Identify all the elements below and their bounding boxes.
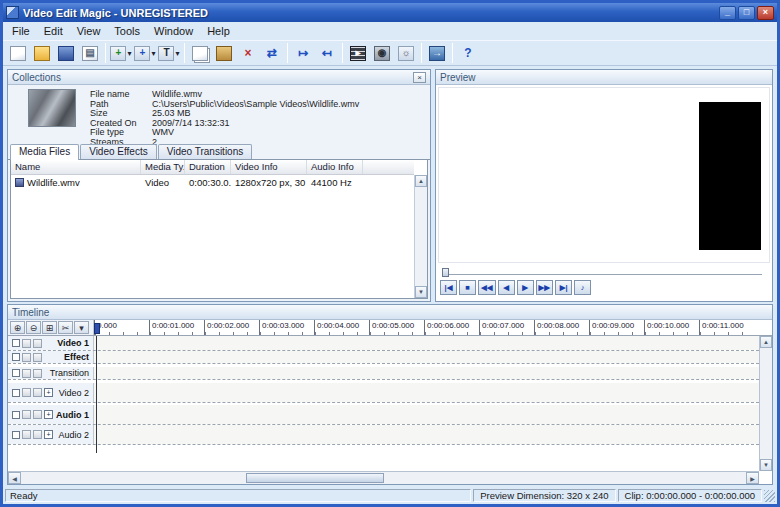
track-lane[interactable] bbox=[94, 367, 759, 379]
rewind-button[interactable]: ◀◀ bbox=[478, 280, 496, 295]
help-button[interactable]: ? bbox=[456, 42, 480, 64]
track-expand-button[interactable]: + bbox=[44, 430, 53, 439]
paste-button[interactable] bbox=[212, 42, 236, 64]
list-vertical-scrollbar[interactable]: ▲ ▼ bbox=[414, 175, 427, 298]
maximize-button[interactable]: □ bbox=[738, 6, 755, 20]
column-header-audio-info[interactable]: Audio Info bbox=[307, 160, 363, 174]
play-button[interactable]: ▶ bbox=[517, 280, 534, 295]
timeline-horizontal-scrollbar[interactable]: ◀ ▶ bbox=[8, 471, 759, 484]
playhead-marker[interactable] bbox=[94, 323, 100, 334]
timeline-vertical-scrollbar[interactable]: ▲ ▼ bbox=[759, 336, 772, 471]
scroll-thumb[interactable] bbox=[246, 473, 384, 483]
razor-button[interactable]: ✂ bbox=[58, 321, 73, 334]
collections-close-button[interactable]: × bbox=[413, 72, 426, 83]
menu-item-view[interactable]: View bbox=[70, 23, 108, 39]
track-lock-icon[interactable] bbox=[33, 369, 42, 378]
tab-media-files[interactable]: Media Files bbox=[10, 144, 79, 160]
track-expand-button[interactable]: + bbox=[44, 388, 53, 397]
trim-out-button[interactable]: ↤ bbox=[315, 42, 339, 64]
menu-item-window[interactable]: Window bbox=[147, 23, 200, 39]
track-lane[interactable] bbox=[94, 351, 759, 363]
menu-item-help[interactable]: Help bbox=[200, 23, 237, 39]
track-lock-icon[interactable] bbox=[33, 410, 42, 419]
seek-slider[interactable] bbox=[442, 270, 762, 275]
track-expand-button[interactable]: + bbox=[44, 410, 53, 419]
track-lane[interactable] bbox=[94, 383, 759, 402]
scroll-right-button[interactable]: ▶ bbox=[746, 472, 759, 484]
cell-text: Video bbox=[145, 177, 169, 188]
track-lock-icon[interactable] bbox=[33, 388, 42, 397]
track-visibility-icon[interactable] bbox=[22, 388, 31, 397]
column-header-video-info[interactable]: Video Info bbox=[231, 160, 307, 174]
tab-video-transitions[interactable]: Video Transitions bbox=[158, 144, 253, 159]
open-project-button[interactable] bbox=[30, 42, 54, 64]
zoom-fit-button[interactable]: ⊞ bbox=[42, 321, 57, 334]
volume-button[interactable]: ♪ bbox=[574, 280, 591, 295]
seek-slider-thumb[interactable] bbox=[442, 268, 449, 277]
scroll-up-button[interactable]: ▲ bbox=[760, 336, 772, 348]
scroll-left-button[interactable]: ◀ bbox=[8, 472, 21, 484]
track-visibility-icon[interactable] bbox=[22, 353, 31, 362]
timeline-top-row: ⊕⊖⊞✂▾ 0.0000:00:01.0000:00:02.0000:00:03… bbox=[8, 320, 772, 336]
cell-0: Wildlife.wmv bbox=[11, 177, 141, 188]
make-movie-button[interactable]: → bbox=[425, 42, 449, 64]
scroll-up-button[interactable]: ▲ bbox=[415, 175, 427, 187]
add-media-button[interactable]: +▾ bbox=[109, 42, 133, 64]
track-visibility-icon[interactable] bbox=[22, 339, 31, 348]
close-button[interactable]: × bbox=[757, 6, 774, 20]
track-lock-icon[interactable] bbox=[33, 430, 42, 439]
track-enable-checkbox[interactable] bbox=[12, 339, 20, 347]
column-header-name[interactable]: Name bbox=[11, 160, 141, 174]
scroll-down-button[interactable]: ▼ bbox=[415, 286, 427, 298]
tab-video-effects[interactable]: Video Effects bbox=[80, 144, 157, 159]
menu-item-edit[interactable]: Edit bbox=[37, 23, 70, 39]
scroll-track[interactable] bbox=[21, 472, 746, 484]
menu-item-file[interactable]: File bbox=[5, 23, 37, 39]
trim-in-button[interactable]: ↦ bbox=[291, 42, 315, 64]
track-enable-checkbox[interactable] bbox=[12, 431, 20, 439]
fast-forward-button[interactable]: ▶▶ bbox=[536, 280, 554, 295]
track-lane[interactable] bbox=[94, 336, 759, 350]
step-back-button[interactable]: ◀ bbox=[498, 280, 515, 295]
go-to-end-button[interactable]: ▶| bbox=[555, 280, 572, 295]
track-visibility-icon[interactable] bbox=[22, 369, 31, 378]
new-project-button[interactable] bbox=[6, 42, 30, 64]
resize-grip[interactable] bbox=[764, 490, 775, 502]
scroll-track[interactable] bbox=[760, 348, 772, 459]
preview-media-button[interactable]: ▸ bbox=[346, 42, 370, 64]
zoom-in-button[interactable]: ⊕ bbox=[10, 321, 25, 334]
track-lane[interactable] bbox=[94, 425, 759, 444]
zoom-out-button[interactable]: ⊖ bbox=[26, 321, 41, 334]
go-to-start-button[interactable]: |◀ bbox=[440, 280, 457, 295]
add-text-button[interactable]: T▾ bbox=[157, 42, 181, 64]
add-effect-button[interactable]: +▾ bbox=[133, 42, 157, 64]
track-lock-icon[interactable] bbox=[33, 353, 42, 362]
snap-button[interactable]: ▾ bbox=[74, 321, 89, 334]
column-header-media-ty-[interactable]: Media Ty... bbox=[141, 160, 185, 174]
delete-button[interactable]: × bbox=[236, 42, 260, 64]
timeline-ruler[interactable]: 0.0000:00:01.0000:00:02.0000:00:03.0000:… bbox=[94, 320, 772, 335]
scroll-track[interactable] bbox=[415, 187, 427, 286]
save-project-button[interactable] bbox=[54, 42, 78, 64]
track-enable-checkbox[interactable] bbox=[12, 353, 20, 361]
menu-item-tools[interactable]: Tools bbox=[107, 23, 147, 39]
settings-button[interactable]: ☼ bbox=[394, 42, 418, 64]
track-enable-checkbox[interactable] bbox=[12, 411, 20, 419]
column-header-duration[interactable]: Duration bbox=[185, 160, 231, 174]
track-enable-checkbox[interactable] bbox=[12, 389, 20, 397]
playhead-line[interactable] bbox=[96, 336, 97, 453]
track-lock-icon[interactable] bbox=[33, 339, 42, 348]
split-button[interactable]: ⇄ bbox=[260, 42, 284, 64]
minimize-button[interactable]: _ bbox=[719, 6, 736, 20]
track-enable-checkbox[interactable] bbox=[12, 369, 20, 377]
copy-button[interactable] bbox=[188, 42, 212, 64]
new-collection-button[interactable]: ▤ bbox=[78, 42, 102, 64]
track-mute-icon[interactable] bbox=[22, 430, 31, 439]
track-lane[interactable] bbox=[94, 405, 759, 424]
track-mute-icon[interactable] bbox=[22, 410, 31, 419]
stop-button[interactable]: ■ bbox=[459, 280, 476, 295]
scroll-down-button[interactable]: ▼ bbox=[760, 459, 772, 471]
title-bar[interactable]: Video Edit Magic - UNREGISTERED _ □ × bbox=[3, 3, 777, 22]
capture-button[interactable]: ◉ bbox=[370, 42, 394, 64]
media-file-row[interactable]: Wildlife.wmvVideo0:00:30.0...1280x720 px… bbox=[11, 175, 414, 190]
